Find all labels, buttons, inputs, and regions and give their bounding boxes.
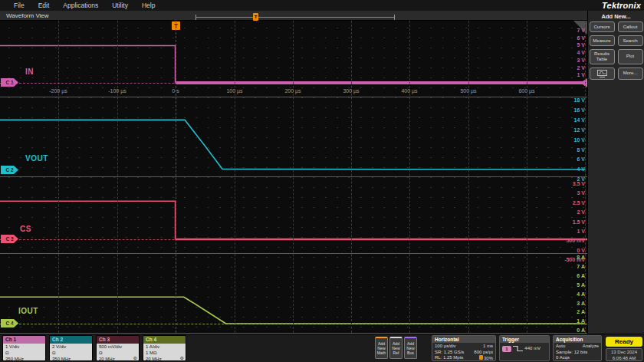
scale-label-in: 4 V [539,50,585,56]
time-text: 6:06:48 AM [606,356,642,362]
acquisition-title: Acquisition [554,336,601,343]
probe-icon: ⚙ [180,355,184,361]
scale-label-in: 3 V [539,58,585,64]
sidebar-button-scope-screen[interactable] [590,67,615,80]
menu-item-edit[interactable]: Edit [38,2,50,9]
waveform-traces [0,21,587,334]
time-axis-label: 600 µs [518,88,534,94]
horizontal-position-minimap[interactable]: T [196,15,395,20]
channel-bandwidth: 20 MHz [146,356,183,361]
sidebar-button-measure[interactable]: Measure [590,35,615,46]
trigger-panel[interactable]: Trigger 1 440 mV [499,335,550,361]
scale-label-cs: 2 V [539,209,585,216]
sample-resolution: 800 ps/pt [474,350,493,356]
channel-scale: 500 mV/div [99,344,136,350]
datetime-display: 13 Dec 2024 6:06:48 AM [606,348,642,361]
bottom-settings-bar: Ch 11 V/divΩ350 MHzCh 22 V/divΩ350 MHzCh… [0,334,644,362]
slice-divider [0,97,587,97]
channel-bandwidth: 20 MHz [99,356,136,361]
trigger-position-percent: 30% [484,356,493,360]
sidebar-button-cursors[interactable]: Cursors [590,21,615,32]
minimap-trigger-marker[interactable]: T [253,13,258,21]
channel-badge-title: Ch 3 [97,336,139,344]
time-axis-label: 0 s [172,88,179,94]
sidebar-button-plot[interactable]: Plot [618,49,643,64]
sidebar-button-grid: CursorsCalloutMeasureSearchResults Table… [588,21,644,80]
scale-label-vout: 18 V [539,97,585,104]
channel-label-iout: IOUT [18,307,38,315]
sidebar-button-callout[interactable]: Callout [618,21,643,32]
time-axis-label: -100 µs [108,88,127,94]
channel-badge-title: Ch 1 [3,336,45,344]
tab-waveform-view[interactable]: Waveform View [6,12,49,19]
channel-coupling: Ω [52,350,90,356]
add-new-label: Add New... [588,13,644,20]
horizontal-title: Horizontal [432,336,495,343]
acquisition-sample: Sample: 12 bits [556,350,599,356]
channel-badge-3[interactable]: Ch 3500 mV/divΩ20 MHz⚙ [96,335,140,361]
scale-label-cs: 1 V [539,229,585,235]
time-axis-label: 300 µs [343,88,359,94]
trigger-position-icon [479,355,483,360]
scope-screen-icon [597,70,607,77]
sidebar-button-search[interactable]: Search [618,35,643,46]
channel-badge-4[interactable]: Ch 41 A/div1 MΩ20 MHz⚙ [143,335,186,361]
scale-label-cs: 1.5 V [539,219,585,225]
horizontal-window: 1 ms [483,344,493,350]
slice-divider [0,176,587,177]
scale-label-iout: 0 A [539,327,585,334]
right-sidebar: Add New... CursorsCalloutMeasureSearchRe… [587,11,644,334]
ready-status-badge[interactable]: Ready [606,337,642,347]
record-length: RL: 1.25 Mpts [435,355,463,361]
scale-label-in: 6 V [539,35,585,41]
menu-bar: FileEditApplicationsUtilityHelp Tektroni… [0,0,644,11]
scale-label-cs: 3 V [539,190,585,196]
menu-item-help[interactable]: Help [142,2,155,9]
acquisition-panel[interactable]: Acquisition Auto Analyze Sample: 12 bits… [553,335,602,361]
menu-item-applications[interactable]: Applications [63,2,98,9]
trigger-source-badge: 1 [502,346,511,352]
scale-label-cs: 0 V [539,248,585,254]
horizontal-panel[interactable]: Horizontal 100 µs/div 1 ms SR: 1.25 GS/s… [432,335,496,361]
channel-scale: 1 V/div [5,344,43,350]
channel-coupling: Ω [5,350,43,356]
scale-label-vout: 14 V [539,117,585,123]
scale-label-iout: 2 A [539,309,585,315]
date-text: 13 Dec 2024 [606,350,642,356]
channel-badge-2[interactable]: Ch 22 V/divΩ350 MHz [49,335,93,361]
time-axis-label: -200 µs [49,88,67,94]
scale-label-in: 2 V [539,65,585,71]
channel-coupling: 1 MΩ [146,350,183,356]
scale-label-vout: 4 V [539,166,585,173]
acquisition-mode: Auto [556,344,565,350]
add-new-ref-button[interactable]: Add New Ref [389,337,402,359]
channel-label-in: IN [25,67,34,76]
time-axis-label: 400 µs [401,88,417,94]
scale-label-iout: 4 A [539,291,585,298]
scale-label-in: 5 V [539,42,585,48]
channel-badge-body: 500 mV/divΩ20 MHz⚙ [97,344,139,361]
scale-label-iout: 7 A [539,264,585,270]
scale-label-iout: 6 A [539,273,585,279]
baseline-in [0,83,587,84]
channel-label-vout: VOUT [25,154,48,163]
add-new-math-button[interactable]: Add New Math [375,337,388,359]
menu-item-utility[interactable]: Utility [112,2,128,9]
channel-scale: 2 V/div [52,344,90,350]
tekscope-app: FileEditApplicationsUtilityHelp Tektroni… [0,0,644,362]
trigger-title: Trigger [500,336,549,343]
time-axis-label: 500 µs [460,88,476,94]
channel-badge-body: 1 A/div1 MΩ20 MHz⚙ [143,344,186,361]
scale-label-vout: 10 V [539,137,585,143]
waveform-display[interactable]: T -200 µs-100 µs0 s100 µs200 µs300 µs400… [0,21,587,334]
channel-badge-body: 1 V/divΩ350 MHz [3,344,45,361]
scale-label-vout: 6 V [539,156,585,163]
sidebar-button-results-table[interactable]: Results Table [590,49,615,64]
scale-label-iout: 3 A [539,301,585,307]
channel-badge-1[interactable]: Ch 11 V/divΩ350 MHz [2,335,46,361]
scale-label-cs: 2.5 V [539,200,585,206]
add-new-bus-button[interactable]: Add New Bus [404,337,417,359]
channel-coupling: Ω [99,350,136,356]
menu-item-file[interactable]: File [14,2,25,9]
sidebar-button-more[interactable]: More... [618,67,643,80]
